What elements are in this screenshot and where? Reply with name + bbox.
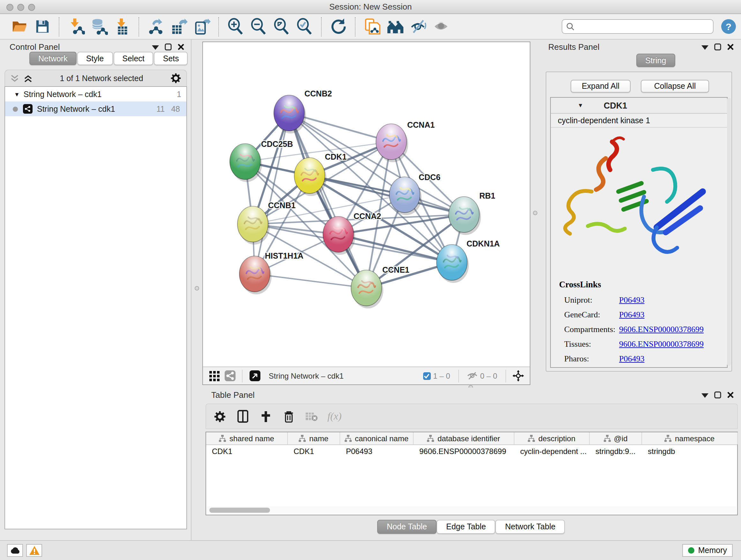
warning-icon xyxy=(29,546,39,555)
collapse-all-button[interactable]: Collapse All xyxy=(641,80,709,92)
import-network-database-button[interactable] xyxy=(89,17,109,36)
expand-all-icon[interactable] xyxy=(23,74,32,82)
network-node-CCNB2[interactable] xyxy=(274,95,306,133)
memory-button[interactable]: Memory xyxy=(682,544,733,557)
refresh-button[interactable] xyxy=(329,17,348,36)
toggle-structure-images-button[interactable] xyxy=(408,17,428,36)
crosslink-value[interactable]: P06493 xyxy=(619,295,644,305)
search-input[interactable] xyxy=(562,19,714,34)
network-node-RB1[interactable] xyxy=(449,197,481,235)
network-selection-bar: 1 of 1 Network selected xyxy=(4,70,187,86)
tab-style[interactable]: Style xyxy=(77,52,113,65)
show-columns-button[interactable] xyxy=(235,409,250,423)
network-edge[interactable] xyxy=(255,113,289,274)
toggle-enhanced-labels-button[interactable] xyxy=(431,17,451,36)
column-header-name[interactable]: name xyxy=(288,432,340,444)
delete-column-button[interactable] xyxy=(281,409,295,423)
panel-float-icon[interactable] xyxy=(165,44,172,51)
panel-float-icon[interactable] xyxy=(714,391,721,398)
crosslink-value[interactable]: 9606.ENSP00000378699 xyxy=(619,339,704,349)
crosslink-value[interactable]: P06493 xyxy=(619,354,644,364)
column-header-canonical-name[interactable]: canonical name xyxy=(340,432,414,444)
network-node-CCNE1[interactable] xyxy=(351,270,383,308)
network-node-CDK1[interactable] xyxy=(294,158,327,196)
table-panel: Table Panel xyxy=(202,388,741,540)
import-table-file-button[interactable] xyxy=(112,17,131,36)
string-home-button[interactable] xyxy=(386,17,405,36)
panel-float-icon[interactable] xyxy=(714,44,721,51)
tab-sets[interactable]: Sets xyxy=(154,52,188,65)
cloud-status-button[interactable] xyxy=(7,544,23,557)
help-button[interactable]: ? xyxy=(721,19,736,34)
tab-node-table[interactable]: Node Table xyxy=(377,520,436,534)
panel-menu-icon[interactable] xyxy=(701,392,709,397)
tree-expand-icon[interactable]: ▼ xyxy=(14,91,20,98)
export-network-icon xyxy=(147,18,164,35)
table-options-button[interactable] xyxy=(212,409,226,423)
node-label-CCNB1: CCNB1 xyxy=(268,201,295,210)
gene-header[interactable]: ▼ CDK1 xyxy=(551,98,727,114)
column-header-shared-name[interactable]: shared name xyxy=(206,432,288,444)
network-node-CCNA2[interactable] xyxy=(323,216,355,255)
crosslink-value[interactable]: 9606.ENSP00000378699 xyxy=(619,324,704,334)
column-header-database-identifier[interactable]: database identifier xyxy=(414,432,515,444)
network-node-CCNB1[interactable] xyxy=(238,206,270,245)
panel-menu-icon[interactable] xyxy=(701,44,709,50)
table-row[interactable]: CDK1CDK1P064939606.ENSP00000378699cyclin… xyxy=(206,445,737,457)
results-scrollbar[interactable] xyxy=(727,98,731,366)
create-column-button[interactable] xyxy=(259,409,273,423)
warnings-button[interactable] xyxy=(26,544,42,557)
viewbar-separator xyxy=(459,369,459,382)
birds-eye-view-button[interactable] xyxy=(249,370,260,381)
left-splitter-handle[interactable] xyxy=(195,286,199,291)
save-session-button[interactable] xyxy=(32,17,52,36)
zoom-fit-button[interactable] xyxy=(272,17,291,36)
collapse-all-icon[interactable] xyxy=(10,74,19,82)
zoom-selected-button[interactable] xyxy=(295,17,314,36)
zoom-in-button[interactable] xyxy=(226,17,245,36)
search-field[interactable] xyxy=(578,22,709,31)
export-table-button[interactable] xyxy=(169,17,188,36)
crosslink-value[interactable]: P06493 xyxy=(619,309,644,320)
network-canvas[interactable]: CCNB2CCNA1CDC25BCDK1CDC6RB1CCNB1CCNA2CDK… xyxy=(203,42,530,367)
panel-close-icon[interactable] xyxy=(727,391,734,398)
network-edge[interactable] xyxy=(289,113,366,288)
tab-network-table[interactable]: Network Table xyxy=(495,520,565,534)
collapse-caret-icon[interactable]: ▼ xyxy=(578,102,583,109)
expand-all-button[interactable]: Expand All xyxy=(570,80,630,92)
export-image-button[interactable] xyxy=(192,17,211,36)
zoom-out-button[interactable] xyxy=(249,17,268,36)
network-collection-row[interactable]: ▼String Network – cdk11 xyxy=(5,87,186,102)
fit-content-button[interactable] xyxy=(513,370,524,381)
panel-menu-icon[interactable] xyxy=(152,44,159,50)
tab-string[interactable]: String xyxy=(636,54,675,67)
panel-close-icon[interactable] xyxy=(727,44,734,51)
right-splitter-handle[interactable] xyxy=(533,211,537,215)
network-overview-button[interactable] xyxy=(224,370,235,381)
network-node-CCNA1[interactable] xyxy=(376,124,408,162)
network-node-HIST1H1A[interactable] xyxy=(239,256,272,294)
table-horizontal-scrollbar[interactable] xyxy=(207,506,737,514)
string-protein-query-button[interactable] xyxy=(362,17,382,36)
title-bar: Session: New Session xyxy=(0,0,741,14)
network-row[interactable]: String Network – cdk11148 xyxy=(5,102,186,116)
selected-checkbox-icon[interactable] xyxy=(423,372,430,380)
delete-table-button[interactable] xyxy=(305,409,319,423)
column-header-description[interactable]: description xyxy=(515,432,590,444)
import-network-file-button[interactable] xyxy=(66,17,85,36)
column-header-namespace[interactable]: namespace xyxy=(642,432,738,444)
function-builder-button[interactable]: f(x) xyxy=(327,411,341,422)
open-session-button[interactable] xyxy=(10,17,29,36)
network-options-gear-icon[interactable] xyxy=(171,73,181,84)
save-floppy-icon xyxy=(33,18,51,35)
tab-select[interactable]: Select xyxy=(113,52,153,65)
tab-network[interactable]: Network xyxy=(29,52,77,65)
column-header-@id[interactable]: @id xyxy=(590,432,642,444)
hidden-eye-icon xyxy=(468,372,478,380)
network-node-CDKN1A[interactable] xyxy=(436,245,469,283)
show-grid-button[interactable] xyxy=(209,370,220,381)
scrollbar-thumb[interactable] xyxy=(209,508,270,513)
tab-edge-table[interactable]: Edge Table xyxy=(436,520,495,534)
export-network-button[interactable] xyxy=(146,17,165,36)
panel-close-icon[interactable] xyxy=(178,44,185,51)
